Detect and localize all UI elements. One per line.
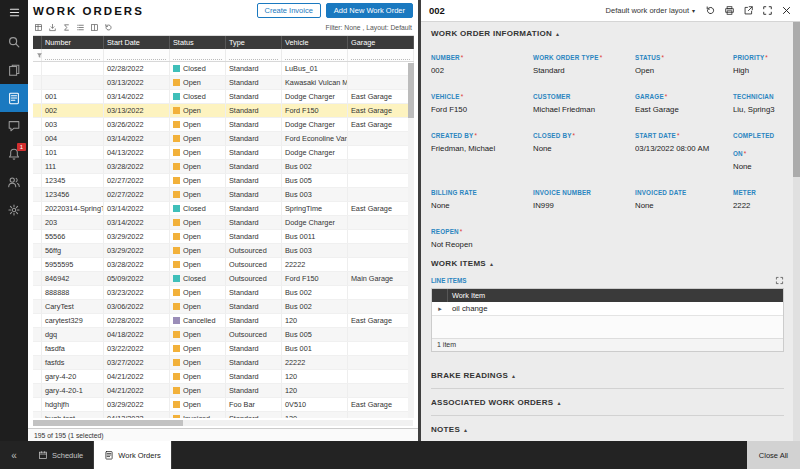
column-header-garage[interactable]: Garage <box>348 36 414 49</box>
grid-vertical-scrollbar[interactable] <box>408 63 414 418</box>
column-header-vehicle[interactable]: Vehicle <box>282 36 348 49</box>
column-header-status[interactable]: Status <box>170 36 226 49</box>
status-label: Open <box>183 190 201 199</box>
grid-row[interactable]: 20303/14/2022OpenStandardDodge Charger <box>33 216 414 230</box>
close-icon[interactable] <box>781 5 792 16</box>
bottom-tab-work-orders[interactable]: Work Orders <box>94 441 171 469</box>
popout-icon[interactable] <box>743 5 754 16</box>
grid-row[interactable]: 00103/14/2022ClosedStandardDodge Charger… <box>33 90 414 104</box>
field-value[interactable]: IN999 <box>533 201 629 210</box>
create-invoice-button[interactable]: Create Invoice <box>257 3 321 18</box>
field-value[interactable]: Ford F150 <box>431 105 527 114</box>
grid-row[interactable]: fasfds03/27/2022OpenStandard22222 <box>33 356 414 370</box>
grid-row[interactable]: 595559503/28/2022OpenOutsourced22222 <box>33 258 414 272</box>
field-value[interactable]: Not Reopen <box>431 240 527 249</box>
filter-funnel-cell[interactable] <box>33 49 42 61</box>
app-menu-icon[interactable] <box>8 6 21 19</box>
detail-scrollbar[interactable] <box>793 22 800 441</box>
sidebar-item-work-orders[interactable] <box>0 84 28 112</box>
grid-row[interactable]: 88888803/23/2022OpenStandardBus 002 <box>33 286 414 300</box>
grid-row[interactable]: 11103/28/2022OpenStandardBus 002 <box>33 160 414 174</box>
filter-input-start-date[interactable] <box>104 49 170 61</box>
grid-row[interactable]: 00203/13/2022OpenStandardFord F150East G… <box>33 104 414 118</box>
grid-row[interactable]: 00403/14/2022OpenStandardFord Econoline … <box>33 132 414 146</box>
grid-row[interactable]: gary-4-20-104/21/2022OpenStandard120 <box>33 384 414 398</box>
field-value[interactable]: Michael Friedman <box>533 105 629 114</box>
grid-horizontal-scrollbar[interactable] <box>33 420 413 426</box>
sidebar-item-pages[interactable] <box>0 56 28 84</box>
cell-start-date: 02/28/2022 <box>104 314 170 327</box>
section-work-order-information[interactable]: WORK ORDER INFORMATION ▴ <box>431 29 784 38</box>
filter-input-type[interactable] <box>226 49 282 61</box>
grid-row[interactable]: 1234502/27/2022OpenStandardBus 005 <box>33 174 414 188</box>
filter-input-status[interactable] <box>170 49 226 61</box>
grid-row[interactable]: CaryTest03/06/2022OpenStandardBus 002 <box>33 300 414 314</box>
grid-row[interactable]: 03/13/2022OpenStandardKawasaki Vulcan Me… <box>33 76 414 90</box>
grid-row[interactable]: 84694205/09/2022ClosedOutsourcedFord F15… <box>33 272 414 286</box>
cell-type: Outsourced <box>226 272 282 285</box>
columns-icon[interactable] <box>90 23 99 32</box>
sidebar-item-search[interactable] <box>0 28 28 56</box>
scrollbar-thumb[interactable] <box>408 63 414 118</box>
grid-row[interactable]: 12345602/27/2022OpenStandardBus 003 <box>33 188 414 202</box>
filter-input-garage[interactable] <box>348 49 414 61</box>
scrollbar-thumb[interactable] <box>793 22 800 177</box>
sidebar-item-settings[interactable] <box>0 196 28 224</box>
list-icon[interactable] <box>76 23 85 32</box>
field-value[interactable]: None <box>635 201 727 210</box>
field-value[interactable]: 2222 <box>733 201 784 210</box>
expand-icon[interactable] <box>762 5 773 16</box>
grid-row[interactable]: 10104/13/2022OpenStandardDodge Charger <box>33 146 414 160</box>
collapse-sidebar-button[interactable]: « <box>0 441 28 469</box>
column-header-number[interactable]: Number <box>42 36 104 49</box>
grid-row[interactable]: 56ffg03/29/2022OpenOutsourcedBus 003 <box>33 244 414 258</box>
filter-input-number[interactable] <box>42 49 104 61</box>
bottom-tab-schedule[interactable]: Schedule <box>28 441 94 469</box>
field-value[interactable]: 03/13/2022 08:00 AM <box>635 144 727 153</box>
section-work-items[interactable]: WORK ITEMS ▴ <box>431 259 784 268</box>
scrollbar-thumb[interactable] <box>33 420 183 426</box>
close-all-button[interactable]: Close All <box>747 441 800 469</box>
layout-selector[interactable]: Default work order layout ▾ <box>606 6 695 15</box>
fullscreen-icon[interactable] <box>775 276 784 285</box>
grid-row[interactable]: dgq04/18/2022OpenOutsourcedBus 005 <box>33 328 414 342</box>
grid-row[interactable]: carytest32902/28/2022CancelledStandard12… <box>33 314 414 328</box>
grid-row[interactable]: gary-4-2004/21/2022OpenStandard120 <box>33 370 414 384</box>
grid-row[interactable]: 02/28/2022ClosedStandardLuBus_01 <box>33 62 414 76</box>
field-value[interactable]: Standard <box>533 66 629 75</box>
row-expander-icon[interactable]: ▸ <box>432 302 448 315</box>
sidebar-item-messages[interactable] <box>0 112 28 140</box>
field-value[interactable]: Friedman, Michael <box>431 144 527 153</box>
sidebar-item-contacts[interactable] <box>0 168 28 196</box>
sum-icon[interactable] <box>62 23 71 32</box>
sidebar-item-notifications[interactable]: 1 <box>0 140 28 168</box>
import-icon[interactable] <box>48 23 57 32</box>
filter-input-vehicle[interactable] <box>282 49 348 61</box>
work-item-row[interactable]: ▸oil change <box>432 302 783 316</box>
grid-row[interactable]: fasdfa03/22/2022OpenStandardBus 001 <box>33 342 414 356</box>
add-new-work-order-button[interactable]: Add New Work Order <box>326 3 413 18</box>
print-icon[interactable] <box>724 5 735 16</box>
section-brake-readings[interactable]: BRAKE READINGS▴ <box>431 362 784 389</box>
work-item-column-header[interactable]: Work Item <box>448 289 485 302</box>
grid-row[interactable]: 20220314-SpringTime03/14/2022ClosedStand… <box>33 202 414 216</box>
field-value[interactable]: East Garage <box>635 105 727 114</box>
field-value[interactable]: Open <box>635 66 727 75</box>
column-header-start-date[interactable]: Start Date <box>104 36 170 49</box>
field-value[interactable]: Liu, Spring3 <box>733 105 784 114</box>
refresh-icon[interactable] <box>104 23 113 32</box>
grid-row[interactable]: 00303/26/2022OpenStandardDodge ChargerEa… <box>33 118 414 132</box>
field-value[interactable]: None <box>431 201 527 210</box>
table-icon[interactable] <box>34 23 43 32</box>
field-value[interactable]: High <box>733 66 784 75</box>
field-value[interactable]: None <box>733 162 784 171</box>
field-value[interactable]: 002 <box>431 66 527 75</box>
section-associated-work-orders[interactable]: ASSOCIATED WORK ORDERS▴ <box>431 389 784 416</box>
grid-row[interactable]: hugh test04/12/2022InvoicedStandard120 <box>33 412 414 418</box>
grid-row[interactable]: hdghjfh03/29/2022OpenFoo Bar0V510East Ga… <box>33 398 414 412</box>
field-value[interactable]: None <box>533 144 629 153</box>
section-notes[interactable]: NOTES▴ <box>431 416 784 441</box>
grid-row[interactable]: 5556603/29/2022OpenStandardBus 0011 <box>33 230 414 244</box>
column-header-type[interactable]: Type <box>226 36 282 49</box>
refresh-icon[interactable] <box>705 5 716 16</box>
